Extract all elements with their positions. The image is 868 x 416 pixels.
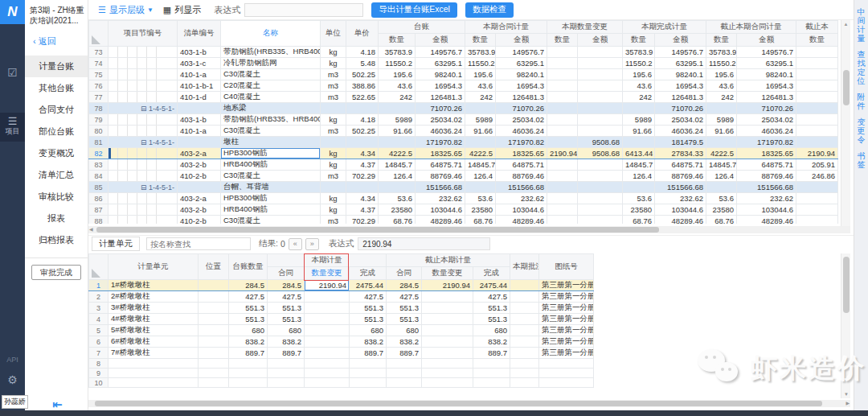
cell[interactable] — [305, 325, 350, 336]
cell[interactable] — [108, 204, 178, 216]
cell[interactable]: 284.5 — [387, 280, 422, 291]
cell[interactable] — [465, 137, 496, 148]
cell[interactable]: 14845.7 — [623, 159, 655, 171]
cell[interactable]: 88769.46 — [737, 171, 796, 182]
cell[interactable] — [578, 103, 623, 114]
cell[interactable] — [387, 359, 422, 369]
cell[interactable] — [623, 137, 655, 148]
cell[interactable]: kg — [321, 159, 346, 171]
cell[interactable] — [199, 291, 229, 303]
table-row[interactable]: 88410-2-bC30混凝土m3702.2968.7648289.4668.7… — [89, 216, 838, 224]
table-row[interactable]: 77#桥墩墩柱889.7889.7889.7889.7889.7第三册第一分册 — [89, 348, 594, 359]
cell[interactable]: 64875.71 — [737, 159, 796, 171]
column-display-button[interactable]: ▦ 列显示 — [163, 4, 201, 16]
sub-header-amt[interactable]: 金额 — [655, 34, 706, 47]
cell[interactable] — [199, 280, 229, 291]
cell[interactable]: 551.3 — [473, 314, 510, 325]
cell[interactable]: 2190.94 — [547, 148, 578, 159]
cell[interactable]: 53.6 — [623, 193, 655, 204]
cell[interactable]: 838.2 — [229, 336, 268, 348]
table-row[interactable]: 44#桥墩墩柱551.3551.3551.3551.3551.3第三册第一分册 — [89, 314, 594, 325]
cell[interactable] — [706, 103, 737, 114]
cell[interactable]: 63295.1 — [496, 58, 547, 69]
cell[interactable] — [796, 47, 838, 58]
cell[interactable] — [547, 103, 578, 114]
cell[interactable]: 403-1-c — [178, 58, 221, 69]
sub-header-amt[interactable]: 金额 — [496, 34, 547, 47]
col-header-unit[interactable]: 单位 — [321, 21, 346, 47]
cell[interactable]: 1#桥墩墩柱 — [108, 280, 199, 291]
cell[interactable]: 11550.2 — [465, 58, 496, 69]
sub-header-qty-change[interactable]: 数量变更 — [422, 267, 473, 280]
cell[interactable]: C20混凝土 — [221, 80, 321, 92]
cell[interactable] — [623, 103, 655, 114]
panel-item-attachment[interactable]: 附件 — [857, 93, 866, 110]
cell[interactable] — [547, 171, 578, 182]
cell[interactable] — [379, 103, 416, 114]
cell[interactable]: 68.76 — [706, 216, 737, 224]
cell[interactable]: 25034.02 — [416, 114, 465, 126]
cell[interactable]: 103044.6 — [737, 204, 796, 216]
table-row[interactable]: 55#桥墩墩柱680680680680680第三册第一分册 — [89, 325, 594, 336]
cell[interactable]: 53.6 — [706, 193, 737, 204]
cell[interactable]: 126481.3 — [655, 92, 706, 103]
cell[interactable]: 2190.94 — [422, 280, 473, 291]
cell[interactable]: 838.2 — [473, 336, 510, 348]
cell[interactable] — [510, 359, 539, 369]
cell[interactable] — [199, 303, 229, 314]
cell[interactable]: 带肋钢筋(HRB335、HRB400) — [221, 114, 321, 126]
cell[interactable] — [305, 291, 350, 303]
col-header-ledger-qty[interactable]: 台账数量 — [229, 254, 268, 280]
col-header-price[interactable]: 单价 — [346, 21, 379, 47]
cell[interactable]: 126.4 — [465, 171, 496, 182]
cell[interactable] — [547, 126, 578, 137]
cell[interactable]: 27834.33 — [655, 148, 706, 159]
cell[interactable] — [305, 359, 350, 369]
cell[interactable]: HRB400钢筋 — [221, 204, 321, 216]
cell[interactable]: 284.5 — [268, 280, 305, 291]
export-excel-button[interactable]: 导出计量台账Excel — [371, 2, 457, 18]
col-header-name[interactable]: 名称 — [221, 21, 321, 47]
group-header-current-contract[interactable]: 本期合同计量 — [465, 21, 547, 34]
cell[interactable] — [547, 58, 578, 69]
cell[interactable]: 9508.68 — [578, 148, 623, 159]
col-header-node-no[interactable]: 项目节编号 — [108, 21, 178, 47]
cell[interactable] — [108, 47, 178, 58]
cell[interactable]: 680 — [350, 325, 387, 336]
cell[interactable]: 171970.82 — [496, 137, 547, 148]
cell[interactable]: 838.2 — [387, 336, 422, 348]
cell[interactable]: 2#桥墩墩柱 — [108, 291, 199, 303]
cell[interactable] — [547, 193, 578, 204]
cell[interactable] — [796, 137, 838, 148]
col-header-unit[interactable]: 计量单元 — [108, 254, 199, 280]
cell[interactable] — [578, 159, 623, 171]
cell[interactable]: 71070.26 — [496, 103, 547, 114]
cell[interactable] — [796, 103, 838, 114]
cell[interactable]: 427.5 — [229, 291, 268, 303]
cell[interactable]: 98240.1 — [737, 69, 796, 80]
cell[interactable] — [547, 80, 578, 92]
cell[interactable]: 18325.65 — [737, 148, 796, 159]
cell[interactable]: 403-2-a — [178, 193, 221, 204]
cell[interactable]: 11550.2 — [379, 58, 416, 69]
cell[interactable] — [796, 114, 838, 126]
cell[interactable]: 551.3 — [229, 314, 268, 325]
cell[interactable] — [547, 182, 578, 193]
cell[interactable]: 149576.7 — [655, 47, 706, 58]
cell[interactable]: 4222.5 — [465, 148, 496, 159]
cell[interactable]: 88769.46 — [655, 171, 706, 182]
cell[interactable] — [199, 378, 229, 388]
cell[interactable]: m3 — [321, 80, 346, 92]
cell[interactable]: 48289.46 — [655, 216, 706, 224]
cell[interactable]: 68.76 — [379, 216, 416, 224]
cell[interactable] — [706, 137, 737, 148]
sidebar-item-archive-report[interactable]: 归档报表 — [25, 229, 88, 251]
cell[interactable]: 4.37 — [346, 204, 379, 216]
cell[interactable]: 246.86 — [796, 171, 838, 182]
cell[interactable]: 838.2 — [268, 336, 305, 348]
cell[interactable]: 6413.44 — [623, 148, 655, 159]
cell[interactable] — [387, 369, 422, 378]
table-row[interactable]: 74403-1-c冷轧带肋钢筋网kg5.4811550.263295.11155… — [89, 58, 838, 69]
cell[interactable]: 103044.6 — [496, 204, 547, 216]
cell[interactable]: 889.7 — [387, 348, 422, 359]
